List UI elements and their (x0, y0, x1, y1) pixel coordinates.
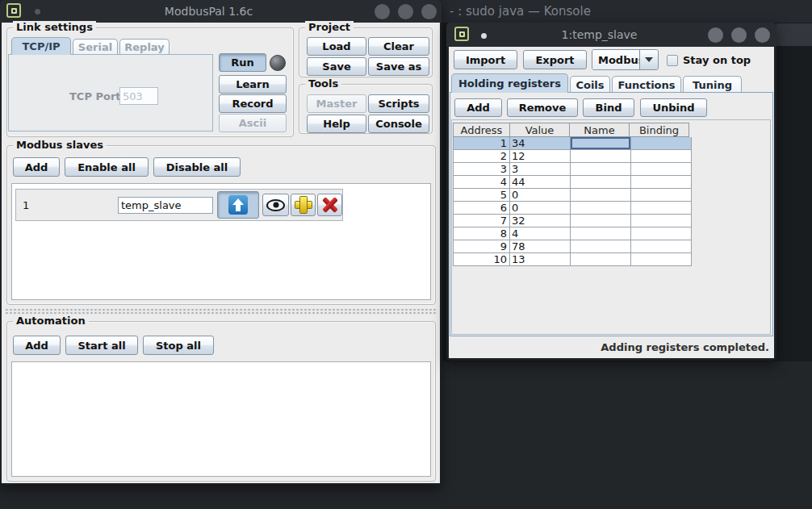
stay-on-top-checkbox[interactable] (667, 55, 678, 66)
run-button[interactable]: Run (219, 53, 266, 72)
cell-address[interactable]: 10 (453, 253, 510, 266)
register-add-button[interactable]: Add (454, 98, 502, 117)
table-row[interactable]: 978 (453, 240, 692, 253)
console-button[interactable]: Console (368, 115, 429, 133)
master-button[interactable]: Master (307, 94, 366, 113)
automation-add-button[interactable]: Add (13, 336, 61, 355)
cell-address[interactable]: 7 (453, 215, 510, 227)
cell-value[interactable]: 12 (510, 150, 571, 163)
cell-name[interactable] (571, 150, 631, 163)
combobox-arrow-button[interactable] (639, 50, 658, 69)
table-row[interactable]: 134 (453, 137, 692, 150)
stop-all-button[interactable]: Stop all (143, 336, 214, 355)
slave-row[interactable]: 1 (15, 189, 343, 221)
cell-value[interactable]: 4 (510, 227, 571, 240)
cell-address[interactable]: 5 (453, 189, 510, 202)
column-header-value[interactable]: Value (509, 123, 570, 137)
slave-delete-button[interactable] (317, 194, 342, 216)
column-header-address[interactable]: Address (453, 123, 510, 137)
cell-binding[interactable] (631, 189, 692, 202)
cell-binding[interactable] (631, 176, 692, 189)
maximize-button[interactable] (398, 4, 413, 19)
save-button[interactable]: Save (307, 57, 366, 76)
cell-address[interactable]: 6 (453, 202, 510, 215)
record-button[interactable]: Record (219, 94, 287, 113)
register-unbind-button[interactable]: Unbind (640, 98, 707, 117)
cell-binding[interactable] (631, 227, 692, 240)
tab-replay[interactable]: Replay (119, 39, 170, 55)
tab-tcpip[interactable]: TCP/IP (11, 37, 71, 55)
cell-value[interactable]: 32 (510, 215, 571, 227)
cell-address[interactable]: 1 (453, 137, 510, 150)
minimize-button[interactable] (708, 27, 723, 43)
load-button[interactable]: Load (307, 37, 366, 56)
close-button[interactable] (755, 27, 770, 43)
tab-coils[interactable]: Coils (570, 76, 610, 93)
cell-address[interactable]: 4 (453, 176, 510, 189)
cell-name[interactable] (571, 215, 631, 227)
table-row[interactable]: 50 (453, 189, 692, 202)
tab-tuning[interactable]: Tuning (683, 76, 742, 93)
cell-value[interactable]: 0 (510, 202, 571, 215)
cell-value[interactable]: 34 (510, 137, 571, 150)
cell-value[interactable]: 13 (510, 253, 571, 266)
register-bind-button[interactable]: Bind (583, 98, 634, 117)
export-button[interactable]: Export (523, 50, 587, 69)
clear-button[interactable]: Clear (368, 37, 429, 56)
cell-address[interactable]: 8 (453, 227, 510, 240)
table-row[interactable]: 732 (453, 215, 692, 227)
help-button[interactable]: Help (307, 115, 366, 133)
table-row[interactable]: 1013 (453, 253, 692, 266)
disable-all-button[interactable]: Disable all (153, 157, 241, 177)
cell-binding[interactable] (631, 163, 692, 176)
cell-name[interactable] (571, 137, 631, 150)
cell-address[interactable]: 3 (453, 163, 510, 176)
scripts-button[interactable]: Scripts (368, 94, 429, 113)
import-button[interactable]: Import (454, 50, 517, 69)
slave-view-button[interactable] (262, 194, 289, 216)
tab-serial[interactable]: Serial (73, 39, 118, 55)
cell-binding[interactable] (631, 240, 692, 253)
cell-name[interactable] (571, 202, 631, 215)
minimize-button[interactable] (375, 4, 390, 19)
ascii-button[interactable]: Ascii (219, 114, 287, 132)
enable-all-button[interactable]: Enable all (65, 157, 149, 177)
tcp-port-field[interactable] (119, 87, 158, 105)
cell-binding[interactable] (631, 150, 692, 163)
cell-binding[interactable] (631, 253, 692, 266)
cell-name[interactable] (571, 189, 631, 202)
slave-name-field[interactable] (118, 197, 213, 214)
tab-holding-registers[interactable]: Holding registers (451, 73, 568, 93)
cell-name[interactable] (571, 253, 631, 266)
cell-name[interactable] (571, 240, 631, 253)
column-header-name[interactable]: Name (569, 123, 630, 137)
slave-duplicate-button[interactable] (291, 194, 316, 216)
split-pane-divider[interactable] (5, 308, 436, 315)
cell-binding[interactable] (631, 202, 692, 215)
cell-address[interactable]: 2 (453, 150, 510, 163)
cell-name[interactable] (571, 163, 631, 176)
cell-value[interactable]: 44 (510, 176, 571, 189)
maximize-button[interactable] (731, 27, 747, 43)
start-all-button[interactable]: Start all (65, 336, 138, 355)
close-button[interactable] (421, 4, 437, 19)
protocol-combobox[interactable]: Modbus (592, 49, 659, 70)
table-row[interactable]: 212 (453, 150, 692, 163)
table-row[interactable]: 60 (453, 202, 692, 215)
cell-binding[interactable] (631, 137, 692, 150)
table-row[interactable]: 444 (453, 176, 692, 189)
column-header-binding[interactable]: Binding (629, 123, 689, 137)
register-remove-button[interactable]: Remove (507, 98, 578, 117)
cell-name[interactable] (571, 176, 631, 189)
temp-slave-titlebar[interactable]: 1:temp_slave (446, 23, 776, 47)
cell-value[interactable]: 78 (510, 240, 571, 253)
learn-button[interactable]: Learn (219, 75, 287, 94)
cell-address[interactable]: 9 (453, 240, 510, 253)
cell-binding[interactable] (631, 215, 692, 227)
table-row[interactable]: 33 (453, 163, 692, 176)
table-row[interactable]: 84 (453, 227, 692, 240)
cell-name[interactable] (571, 227, 631, 240)
slave-add-button[interactable]: Add (13, 157, 60, 177)
modbuspal-titlebar[interactable]: ModbusPal 1.6c (0, 0, 442, 23)
tab-functions[interactable]: Functions (612, 76, 681, 93)
